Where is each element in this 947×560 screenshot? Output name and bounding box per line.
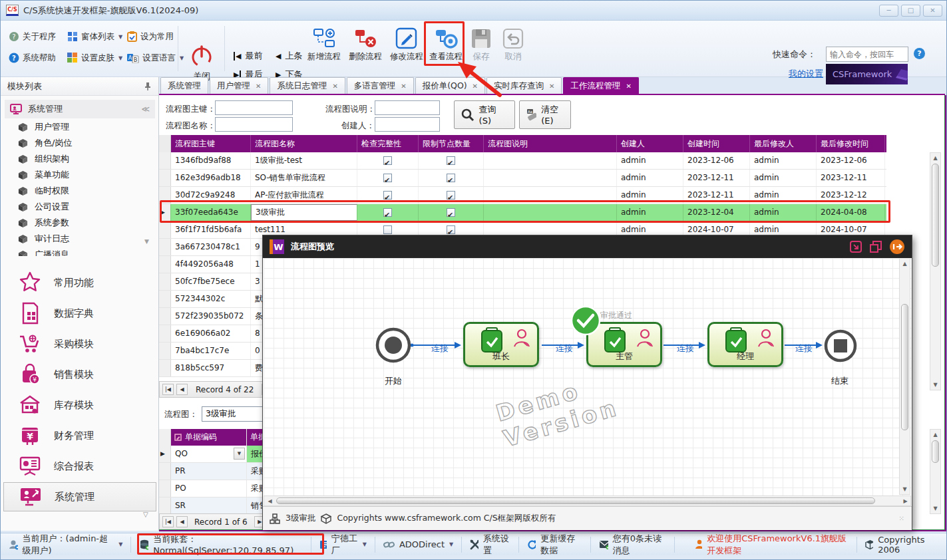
dropdown-button[interactable]: ▼ [234, 448, 245, 460]
start-node-icon[interactable] [375, 327, 412, 364]
column-header[interactable]: 检查完整性 [357, 135, 419, 152]
tab-0[interactable]: 系统管理 [160, 77, 208, 94]
close-tab-icon[interactable]: ✕ [256, 82, 261, 90]
set-language-button[interactable]: AB 设置语言▼ [127, 50, 184, 66]
doc-grid-scrollbar[interactable]: ▲ ▼ [930, 429, 941, 514]
main-grid-scrollbar[interactable]: ▲ ▼ [930, 152, 941, 390]
my-settings-link[interactable]: 我的设置 [789, 68, 823, 80]
module-data-dictionary[interactable]: 数据字典 [3, 299, 156, 328]
site-selector[interactable]: 宁德工厂▼ [311, 537, 375, 553]
end-node-icon[interactable] [824, 329, 857, 362]
view-workflow-button[interactable]: 查看流程 [427, 26, 465, 63]
unread-messages[interactable]: 您有0条未读消息 [591, 537, 675, 553]
connection-mode[interactable]: ADODirect▼ [375, 537, 462, 553]
checkbox[interactable] [447, 174, 455, 182]
minimize-button[interactable]: ─ [879, 5, 898, 17]
module-finance[interactable]: ¥ 财务管理 [3, 421, 156, 450]
clear-button[interactable]: Aa 清空(E) [519, 100, 571, 129]
sidebar-item-6[interactable]: 系统参数 [5, 215, 155, 231]
module-purchasing[interactable]: 采购模块 [3, 329, 156, 358]
column-header[interactable]: 创建时间 [683, 135, 750, 152]
checkbox[interactable] [383, 208, 392, 217]
close-dialog-icon[interactable] [889, 239, 905, 255]
checkbox[interactable] [383, 174, 392, 182]
close-tab-icon[interactable]: ✕ [549, 82, 554, 90]
module-favorites[interactable]: 常用功能 [3, 268, 156, 297]
close-button[interactable]: ✕ [923, 5, 942, 17]
delete-workflow-button[interactable]: 删除流程 [347, 26, 384, 63]
about-button[interactable]: ? 关于程序 [9, 29, 56, 45]
close-tab-icon[interactable]: ✕ [473, 82, 478, 90]
sidebar-item-4[interactable]: 临时权限 [5, 183, 155, 199]
tab-3[interactable]: 多语言管理✕ [347, 77, 414, 94]
dialog-horizontal-scrollbar[interactable]: ◀ ▶ [264, 495, 911, 506]
system-settings[interactable]: 系统设置 [462, 537, 519, 553]
sidebar-item-3[interactable]: 菜单功能 [5, 167, 155, 183]
tab-1[interactable]: 用户管理✕ [210, 77, 268, 94]
maximize-dialog-icon[interactable] [869, 240, 882, 253]
checkbox[interactable] [447, 208, 455, 217]
current-user[interactable]: 当前用户：(admin-超级用户)▼ [1, 537, 131, 553]
close-tab-icon[interactable]: ✕ [401, 82, 406, 90]
quick-command-help-icon[interactable]: ? [914, 48, 925, 59]
column-header[interactable]: 创建人 [617, 135, 683, 152]
column-header[interactable]: 流程图主键 [171, 135, 251, 152]
pin-icon[interactable] [144, 82, 152, 91]
column-header[interactable]: 最后修改时间 [817, 135, 885, 152]
edit-workflow-button[interactable]: 修改流程 [388, 26, 425, 63]
nav-prev-button[interactable]: ◀上条 [276, 50, 302, 62]
tab-4[interactable]: 报价单(QO)✕ [415, 77, 485, 94]
column-header[interactable]: 流程图名称 [251, 135, 357, 152]
table-row[interactable]: 162e3d96adb18SO-销售单审批流程admin2023-12-11ad… [159, 170, 886, 187]
checkbox[interactable] [447, 225, 455, 234]
save-button[interactable]: 保存 [467, 26, 496, 63]
current-account[interactable]: 当前账套：Normal(SqlServer:120.79.85.97) [131, 537, 311, 553]
flow-canvas[interactable]: 开始 班长 主管 经理 审批通过 结束 连接 连接 连接 [264, 258, 911, 495]
sidebar-item-8[interactable]: 广播消息 [5, 247, 155, 256]
checkbox[interactable] [447, 191, 455, 200]
query-button[interactable]: 查询(S) [454, 100, 515, 129]
sidebar-item-1[interactable]: 角色/岗位 [5, 135, 155, 151]
scroll-down-icon[interactable]: ▼ [144, 238, 149, 245]
column-header[interactable]: 限制节点数量 [419, 135, 484, 152]
maximize-button[interactable]: □ [901, 5, 920, 17]
collapse-icon[interactable]: ≪ [141, 104, 150, 114]
search-desc-input[interactable] [375, 100, 440, 115]
prev-record-button[interactable]: ◀ [176, 384, 188, 395]
collapse-modules-icon[interactable]: ▽ [143, 511, 148, 518]
table-row[interactable]: 1346fbd9af881级审批-testadmin2023-12-06admi… [159, 152, 886, 170]
module-inventory[interactable]: 库存模块 [3, 390, 156, 420]
add-workflow-button[interactable]: 新增流程 [305, 26, 343, 63]
checkbox[interactable] [383, 191, 392, 200]
window-list-button[interactable]: 窗体列表▼ [67, 29, 122, 45]
search-key-input[interactable] [215, 100, 293, 115]
close-tab-icon[interactable]: ✕ [332, 82, 337, 90]
sidebar-item-0[interactable]: 用户管理 [5, 119, 155, 135]
cancel-button[interactable]: 取消 [498, 26, 528, 63]
sidebar-item-7[interactable]: 审计日志 [5, 231, 155, 247]
prev-record-button[interactable]: ◀ [176, 516, 188, 527]
set-favorite-button[interactable]: 设为常用 [127, 29, 174, 45]
tab-2[interactable]: 系统日志管理✕ [270, 77, 345, 94]
flow-node-jingli[interactable]: 经理 [707, 322, 783, 367]
column-header[interactable]: 最后修改人 [750, 135, 817, 152]
doc-column-header[interactable]: 单据编码 [171, 429, 247, 446]
table-row[interactable]: ▶33f07eeda643e3级审批admin2023-12-04admin20… [159, 204, 886, 221]
checkbox[interactable] [383, 225, 392, 234]
module-system-management[interactable]: 系统管理 [3, 482, 156, 511]
quick-command-input[interactable] [826, 47, 908, 62]
popout-icon[interactable] [849, 240, 862, 253]
close-tab-icon[interactable]: ✕ [626, 82, 631, 90]
refresh-cache[interactable]: 更新缓存数据 [519, 537, 591, 553]
module-reports[interactable]: 综合报表 [3, 452, 156, 481]
search-name-input[interactable] [215, 117, 293, 132]
table-row[interactable]: 30d72c9a9248AP-应付款审批流程admin2023-12-11adm… [159, 187, 886, 204]
dialog-vertical-scrollbar[interactable]: ▲ ▼ [899, 259, 910, 495]
checkbox[interactable] [383, 156, 392, 165]
sidebar-item-2[interactable]: 组织架构 [5, 151, 155, 167]
first-record-button[interactable]: |◀ [162, 516, 174, 527]
checkbox[interactable] [447, 156, 455, 165]
first-record-button[interactable]: |◀ [162, 384, 174, 395]
tab-5[interactable]: 实时库存查询✕ [486, 77, 562, 94]
sidebar-section-header[interactable]: 系统管理 ≪ [5, 100, 155, 118]
